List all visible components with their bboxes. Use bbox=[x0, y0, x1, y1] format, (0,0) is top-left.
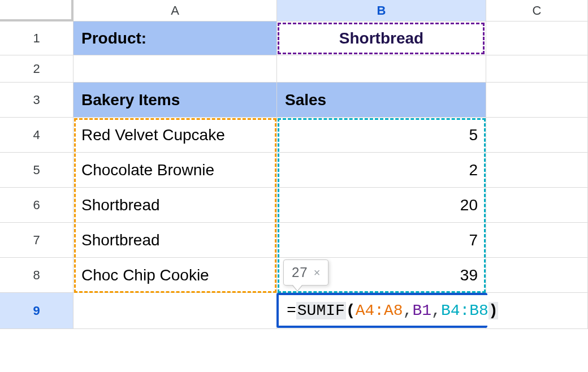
formula-editor[interactable]: =SUMIF(A4:A8,B1,B4:B8) bbox=[281, 295, 564, 326]
cell-A8[interactable]: Choc Chip Cookie bbox=[74, 258, 277, 293]
formula-arg3: B4:B8 bbox=[441, 302, 488, 319]
row-header-3[interactable]: 3 bbox=[0, 83, 74, 118]
row-header-6[interactable]: 6 bbox=[0, 188, 74, 223]
cell-C4[interactable] bbox=[486, 118, 588, 153]
formula-open-paren: ( bbox=[346, 302, 356, 319]
formula-comma-1: , bbox=[403, 302, 413, 319]
row-header-1[interactable]: 1 bbox=[0, 21, 74, 55]
row-5: 5 Chocolate Brownie 2 bbox=[0, 153, 588, 188]
tooltip-value: 27 bbox=[292, 265, 308, 280]
row-3: 3 Bakery Items Sales bbox=[0, 83, 588, 118]
cell-A1[interactable]: Product: bbox=[74, 21, 277, 55]
column-header-B[interactable]: B bbox=[277, 0, 486, 21]
cell-C6[interactable] bbox=[486, 188, 588, 223]
row-header-2[interactable]: 2 bbox=[0, 55, 74, 83]
cell-A2[interactable] bbox=[74, 55, 277, 83]
select-all-corner[interactable] bbox=[0, 0, 74, 21]
cell-B2[interactable] bbox=[277, 55, 486, 83]
row-4: 4 Red Velvet Cupcake 5 bbox=[0, 118, 588, 153]
formula-arg2: B1 bbox=[412, 302, 431, 319]
cell-A6[interactable]: Shortbread bbox=[74, 188, 277, 223]
cell-A3[interactable]: Bakery Items bbox=[74, 83, 277, 118]
cell-A7[interactable]: Shortbread bbox=[74, 223, 277, 258]
formula-function-name: SUMIF bbox=[296, 302, 346, 319]
row-7: 7 Shortbread 7 bbox=[0, 223, 588, 258]
row-1: 1 Product: Shortbread bbox=[0, 21, 588, 55]
column-header-row: A B C bbox=[0, 0, 588, 21]
cell-A5[interactable]: Chocolate Brownie bbox=[74, 153, 277, 188]
column-header-A[interactable]: A bbox=[74, 0, 277, 21]
cell-B3[interactable]: Sales bbox=[277, 83, 486, 118]
cell-C3[interactable] bbox=[486, 83, 588, 118]
cell-B6[interactable]: 20 bbox=[277, 188, 486, 223]
row-2: 2 bbox=[0, 55, 588, 83]
row-header-9[interactable]: 9 bbox=[0, 293, 74, 329]
row-header-5[interactable]: 5 bbox=[0, 153, 74, 188]
cell-B7[interactable]: 7 bbox=[277, 223, 486, 258]
row-6: 6 Shortbread 20 bbox=[0, 188, 588, 223]
row-header-8[interactable]: 8 bbox=[0, 258, 74, 293]
cell-C2[interactable] bbox=[486, 55, 588, 83]
row-header-4[interactable]: 4 bbox=[0, 118, 74, 153]
formula-result-tooltip: 27 × bbox=[283, 259, 328, 286]
tooltip-tail bbox=[293, 285, 302, 291]
spreadsheet-grid: A B C 1 Product: Shortbread 2 3 Bakery I… bbox=[0, 0, 588, 372]
cell-B5[interactable]: 2 bbox=[277, 153, 486, 188]
row-header-7[interactable]: 7 bbox=[0, 223, 74, 258]
cell-A9[interactable] bbox=[74, 293, 277, 329]
formula-comma-2: , bbox=[431, 302, 441, 319]
cell-B1[interactable]: Shortbread bbox=[277, 21, 486, 55]
formula-arg1: A4:A8 bbox=[356, 302, 403, 319]
formula-equals: = bbox=[287, 302, 296, 319]
cell-A4[interactable]: Red Velvet Cupcake bbox=[74, 118, 277, 153]
column-header-C[interactable]: C bbox=[486, 0, 588, 21]
cell-C5[interactable] bbox=[486, 153, 588, 188]
cell-B4[interactable]: 5 bbox=[277, 118, 486, 153]
cell-C1[interactable] bbox=[486, 21, 588, 55]
formula-close-paren: ) bbox=[488, 302, 498, 319]
cell-C7[interactable] bbox=[486, 223, 588, 258]
tooltip-close-icon[interactable]: × bbox=[314, 266, 321, 279]
cell-B1-text: Shortbread bbox=[339, 29, 423, 47]
cell-C8[interactable] bbox=[486, 258, 588, 293]
